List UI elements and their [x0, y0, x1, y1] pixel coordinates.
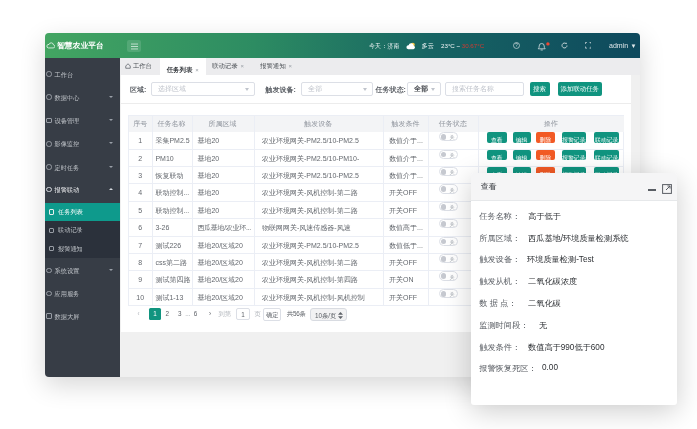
svg-text:?: ? — [515, 43, 518, 48]
